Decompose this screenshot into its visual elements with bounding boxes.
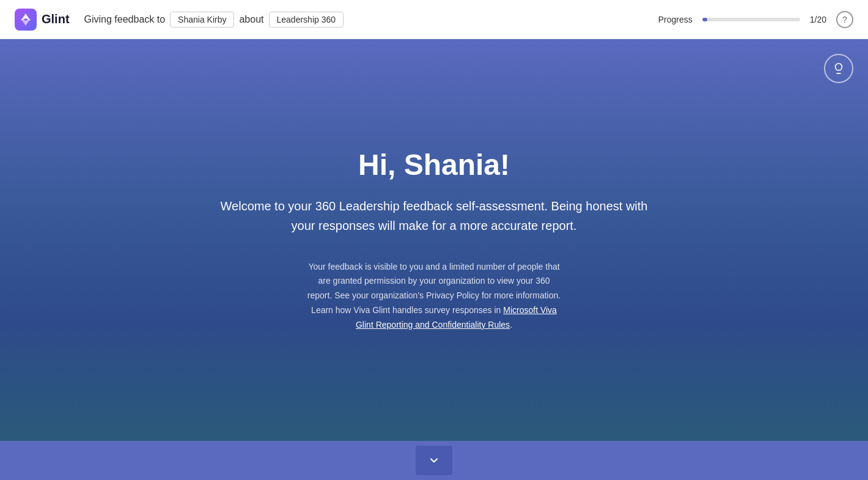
logo-text: Glint: [42, 12, 70, 26]
giving-feedback-label: Giving feedback to: [84, 14, 166, 25]
survey-name-pill: Leadership 360: [269, 12, 344, 28]
svg-rect-0: [15, 9, 37, 31]
welcome-title: Hi, Shania!: [358, 148, 510, 182]
progress-bar-fill: [702, 18, 707, 21]
about-label: about: [239, 14, 263, 25]
header-right: Progress 1/20 ?: [658, 11, 853, 28]
progress-label: Progress: [658, 15, 693, 24]
glint-logo-icon: [15, 9, 37, 31]
next-button[interactable]: [416, 446, 452, 475]
main-content: Hi, Shania! Welcome to your 360 Leadersh…: [0, 39, 868, 441]
header: Glint Giving feedback to Shania Kirby ab…: [0, 0, 868, 39]
tip-button[interactable]: [824, 54, 853, 83]
privacy-text-after-link: .: [510, 320, 512, 330]
progress-bar-container: [702, 18, 800, 21]
welcome-subtitle: Welcome to your 360 Leadership feedback …: [220, 196, 648, 235]
help-icon[interactable]: ?: [836, 11, 853, 28]
header-center: Giving feedback to Shania Kirby about Le…: [84, 12, 658, 28]
logo-area: Glint: [15, 9, 70, 31]
privacy-text: Your feedback is visible to you and a li…: [306, 260, 562, 333]
chevron-down-icon: [428, 454, 440, 467]
lightbulb-icon: [832, 62, 845, 75]
bottom-bar: [0, 441, 868, 480]
subject-name-pill: Shania Kirby: [170, 12, 234, 28]
progress-count: 1/20: [810, 15, 826, 24]
